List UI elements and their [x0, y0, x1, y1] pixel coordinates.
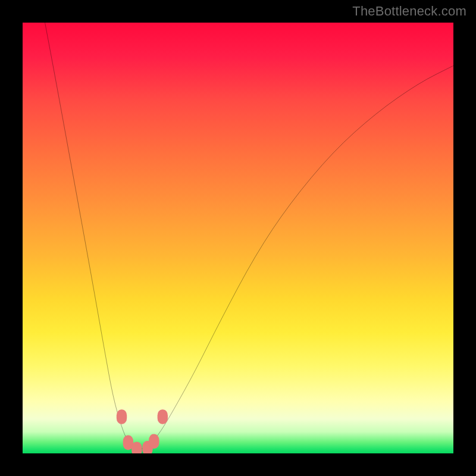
pink-marker-bottom-left — [131, 441, 142, 453]
plot-area — [23, 23, 453, 453]
pink-marker-left-upper — [117, 409, 127, 424]
chart-frame: TheBottleneck.com — [0, 0, 476, 476]
curve-markers — [117, 409, 168, 453]
pink-marker-right-upper — [158, 409, 168, 424]
bottleneck-curve — [44, 23, 453, 449]
chart-svg — [23, 23, 453, 453]
curve-group — [44, 23, 453, 449]
pink-marker-right-lower — [149, 434, 159, 449]
watermark-label: TheBottleneck.com — [352, 4, 466, 19]
